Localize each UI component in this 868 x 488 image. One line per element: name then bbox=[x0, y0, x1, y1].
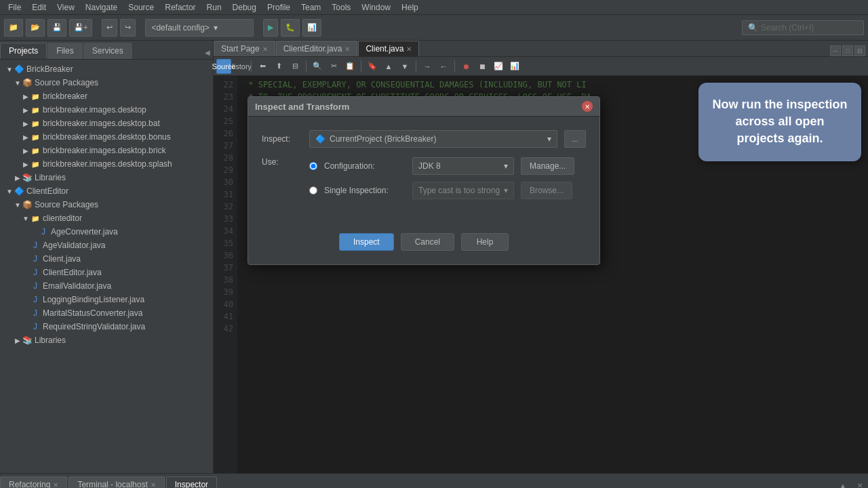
manage-btn[interactable]: Manage... bbox=[521, 157, 574, 175]
tab-services[interactable]: Services bbox=[83, 43, 132, 59]
tree-libraries-2[interactable]: ▶ 📚 Libraries bbox=[0, 333, 213, 347]
back-btn[interactable]: ⬅ bbox=[255, 59, 270, 74]
tab-start-page[interactable]: Start Page ✕ bbox=[214, 41, 275, 56]
tab-client-java[interactable]: Client.java ✕ bbox=[358, 41, 419, 56]
debug-btn[interactable]: 🐛 bbox=[281, 19, 300, 37]
tree-images-desktop[interactable]: ▶ 📁 brickbreaker.images.desktop bbox=[0, 103, 213, 117]
redo-btn[interactable]: ↪ bbox=[120, 19, 136, 37]
history-tab-btn[interactable]: History bbox=[233, 59, 248, 74]
minimize-editor-btn[interactable]: ─ bbox=[830, 45, 841, 56]
tree-clienteditor-java[interactable]: J ClientEditor.java bbox=[0, 266, 213, 279]
dialog-close-btn[interactable]: ✕ bbox=[582, 101, 593, 112]
menu-team[interactable]: Team bbox=[296, 1, 326, 14]
menu-tools[interactable]: Tools bbox=[326, 1, 356, 14]
chart2-btn[interactable]: 📊 bbox=[507, 59, 522, 74]
tree-images-splash[interactable]: ▶ 📁 brickbreaker.images.desktop.splash bbox=[0, 157, 213, 171]
toggle-btn[interactable]: ⊟ bbox=[288, 59, 302, 74]
close-bottom-btn[interactable]: ✕ bbox=[852, 479, 868, 488]
menu-window[interactable]: Window bbox=[356, 1, 396, 14]
minimize-left-btn[interactable]: ◀ bbox=[202, 46, 213, 59]
tree-images-bonus[interactable]: ▶ 📁 brickbreaker.images.desktop.bonus bbox=[0, 130, 213, 144]
cut-btn[interactable]: ✂ bbox=[326, 59, 341, 74]
undo-btn[interactable]: ↩ bbox=[102, 19, 117, 37]
tree-images-bat[interactable]: ▶ 📁 brickbreaker.images.desktop.bat bbox=[0, 117, 213, 130]
new-project-btn[interactable]: 📁 bbox=[4, 19, 23, 37]
tab-terminal[interactable]: Terminal - localhost ✕ bbox=[68, 476, 164, 488]
menu-refactor[interactable]: Refactor bbox=[159, 1, 201, 14]
expand-bottom-btn[interactable]: ▲ bbox=[834, 479, 852, 488]
cancel-dialog-btn[interactable]: Cancel bbox=[401, 233, 454, 251]
prev-bookmark-btn[interactable]: ▲ bbox=[381, 59, 396, 74]
tree-images-brick[interactable]: ▶ 📁 brickbreaker.images.desktop.brick bbox=[0, 144, 213, 157]
tab-projects[interactable]: Projects bbox=[0, 43, 47, 59]
close-clienteditor-icon[interactable]: ✕ bbox=[344, 45, 350, 53]
inspect-btn[interactable]: Inspect bbox=[339, 233, 394, 251]
menu-debug[interactable]: Debug bbox=[227, 1, 262, 14]
single-inspection-radio[interactable] bbox=[309, 186, 317, 195]
bookmark-btn[interactable]: 🔖 bbox=[365, 59, 380, 74]
menu-navigate[interactable]: Navigate bbox=[80, 1, 123, 14]
close-start-page-icon[interactable]: ✕ bbox=[262, 45, 268, 53]
stop-btn[interactable]: ⏹ bbox=[475, 59, 490, 74]
tree-brickbreaker[interactable]: ▼ 🔷 BrickBreaker bbox=[0, 62, 213, 76]
dialog-body: Inspect: 🔷 CurrentProject (BrickBreaker)… bbox=[248, 117, 599, 226]
menu-file[interactable]: File bbox=[3, 1, 26, 14]
single-inspection-arrow: ▾ bbox=[504, 186, 508, 195]
config-dropdown-arrow: ▾ bbox=[504, 161, 508, 171]
menu-profile[interactable]: Profile bbox=[262, 1, 296, 14]
single-inspection-dropdown[interactable]: Type cast is too strong ▾ bbox=[412, 182, 514, 199]
tree-source-packages-2[interactable]: ▼ 📦 Source Packages bbox=[0, 198, 213, 211]
inspect-dropdown[interactable]: 🔷 CurrentProject (BrickBreaker) ▾ bbox=[309, 130, 557, 148]
tree-emailvalidator[interactable]: J EmailValidator.java bbox=[0, 279, 213, 293]
profile-btn[interactable]: 📊 bbox=[302, 19, 321, 37]
tree-loggingbinding[interactable]: J LoggingBindingListener.java bbox=[0, 293, 213, 306]
close-refactoring-icon[interactable]: ✕ bbox=[53, 481, 58, 489]
config-dropdown[interactable]: <default config> ▾ bbox=[145, 19, 254, 37]
inspect-more-btn[interactable]: ... bbox=[564, 130, 586, 148]
run-btn[interactable]: ▶ bbox=[263, 19, 278, 37]
close-terminal-icon[interactable]: ✕ bbox=[151, 481, 156, 489]
indent-btn[interactable]: → bbox=[420, 59, 435, 74]
copy-btn[interactable]: 📋 bbox=[342, 59, 357, 74]
close-client-icon[interactable]: ✕ bbox=[406, 45, 412, 53]
config-radio[interactable] bbox=[309, 162, 317, 170]
expand-icon: ▶ bbox=[22, 134, 30, 141]
tree-agevalidator[interactable]: J AgeValidator.java bbox=[0, 239, 213, 252]
browse-btn[interactable]: Browse... bbox=[521, 182, 572, 199]
tab-inspector[interactable]: Inspector bbox=[166, 476, 217, 488]
search-icon: 🔍 bbox=[748, 23, 758, 33]
tree-clienteditor[interactable]: ▼ 🔷 ClientEditor bbox=[0, 184, 213, 198]
tab-files[interactable]: Files bbox=[47, 43, 82, 59]
tree-libraries-1[interactable]: ▶ 📚 Libraries bbox=[0, 171, 213, 184]
config-dropdown[interactable]: JDK 8 ▾ bbox=[412, 157, 514, 175]
outdent-btn[interactable]: ← bbox=[436, 59, 451, 74]
menu-run[interactable]: Run bbox=[201, 1, 227, 14]
tab-clienteditor-java[interactable]: ClientEditor.java ✕ bbox=[276, 41, 358, 56]
menu-view[interactable]: View bbox=[52, 1, 80, 14]
search-toolbar[interactable]: 🔍 Search (Ctrl+I) bbox=[742, 20, 864, 35]
menu-help[interactable]: Help bbox=[396, 1, 424, 14]
tree-clienteditor-pkg[interactable]: ▼ 📁 clienteditor bbox=[0, 211, 213, 225]
tree-brickbreaker-pkg[interactable]: ▶ 📁 brickbreaker bbox=[0, 89, 213, 103]
next-bookmark-btn[interactable]: ▼ bbox=[397, 59, 412, 74]
config-label: Configuration: bbox=[324, 161, 406, 171]
split-editor-btn[interactable]: ⊟ bbox=[854, 45, 865, 56]
open-btn[interactable]: 📂 bbox=[26, 19, 45, 37]
tree-client[interactable]: J Client.java bbox=[0, 252, 213, 266]
tree-maritalstatus[interactable]: J MaritalStatusConverter.java bbox=[0, 306, 213, 320]
save-btn[interactable]: 💾 bbox=[47, 19, 66, 37]
package-icon: 📁 bbox=[30, 118, 41, 129]
forward-btn[interactable]: ⬆ bbox=[271, 59, 286, 74]
run-file-btn[interactable]: ⏺ bbox=[458, 59, 473, 74]
tree-requiredstring[interactable]: J RequiredStringValidator.java bbox=[0, 320, 213, 333]
tree-ageconverter[interactable]: J AgeConverter.java bbox=[0, 225, 213, 239]
find-btn[interactable]: 🔍 bbox=[310, 59, 325, 74]
chart-btn[interactable]: 📈 bbox=[491, 59, 506, 74]
menu-source[interactable]: Source bbox=[123, 1, 159, 14]
help-btn[interactable]: Help bbox=[461, 233, 509, 251]
tree-source-packages-1[interactable]: ▼ 📦 Source Packages bbox=[0, 76, 213, 89]
save-all-btn[interactable]: 💾+ bbox=[69, 19, 92, 37]
maximize-editor-btn[interactable]: □ bbox=[842, 45, 853, 56]
menu-edit[interactable]: Edit bbox=[26, 1, 52, 14]
tab-refactoring[interactable]: Refactoring ✕ bbox=[0, 476, 67, 488]
